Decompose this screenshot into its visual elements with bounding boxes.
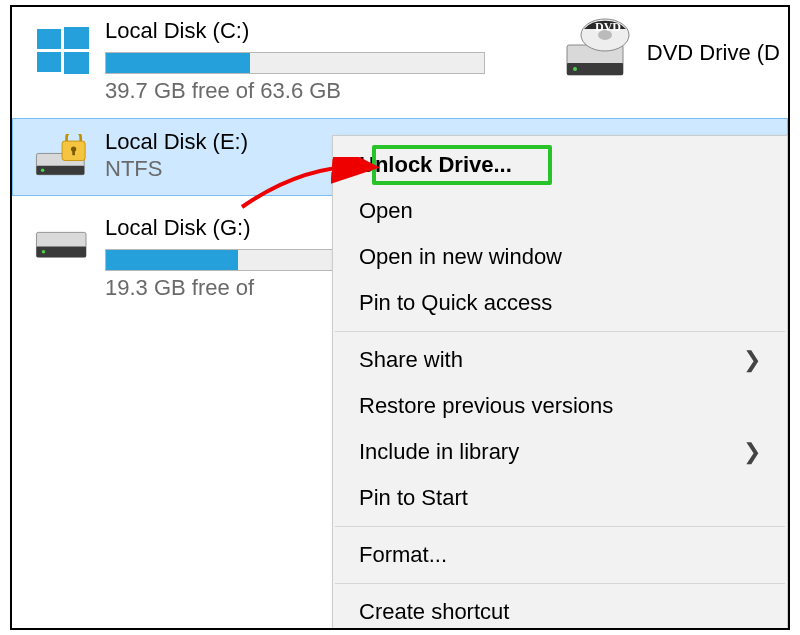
svg-rect-1	[64, 27, 89, 49]
menu-separator	[335, 331, 785, 332]
menu-open-new-window[interactable]: Open in new window	[333, 234, 787, 280]
menu-share-with[interactable]: Share with❯	[333, 337, 787, 383]
svg-rect-2	[37, 52, 61, 72]
dvd-drive-row[interactable]: DVD DVD Drive (D	[561, 17, 780, 88]
hdd-icon	[20, 214, 105, 266]
menu-separator	[335, 526, 785, 527]
svg-point-6	[40, 168, 44, 172]
menu-open[interactable]: Open	[333, 188, 787, 234]
drive-c-storage-bar	[105, 52, 485, 74]
menu-restore-versions[interactable]: Restore previous versions	[333, 383, 787, 429]
menu-create-shortcut[interactable]: Create shortcut	[333, 589, 787, 630]
dvd-icon: DVD	[561, 17, 633, 88]
explorer-window: Local Disk (C:) 39.7 GB free of 63.6 GB	[10, 5, 790, 630]
svg-rect-9	[72, 150, 75, 155]
chevron-right-icon: ❯	[743, 439, 761, 465]
menu-unlock-drive[interactable]: Unlock Drive...	[333, 142, 787, 188]
svg-text:DVD: DVD	[595, 20, 621, 34]
chevron-right-icon: ❯	[743, 347, 761, 373]
menu-separator	[335, 583, 785, 584]
menu-pin-quick-access[interactable]: Pin to Quick access	[333, 280, 787, 326]
svg-rect-3	[64, 52, 89, 74]
windows-logo-icon	[20, 17, 105, 79]
menu-pin-start[interactable]: Pin to Start	[333, 475, 787, 521]
svg-point-12	[41, 250, 45, 254]
context-menu: Unlock Drive... Open Open in new window …	[332, 135, 788, 630]
svg-rect-0	[37, 29, 61, 49]
svg-point-15	[573, 67, 577, 71]
menu-format[interactable]: Format...	[333, 532, 787, 578]
dvd-title: DVD Drive (D	[647, 40, 780, 66]
menu-include-library[interactable]: Include in library❯	[333, 429, 787, 475]
locked-drive-icon	[20, 128, 105, 180]
